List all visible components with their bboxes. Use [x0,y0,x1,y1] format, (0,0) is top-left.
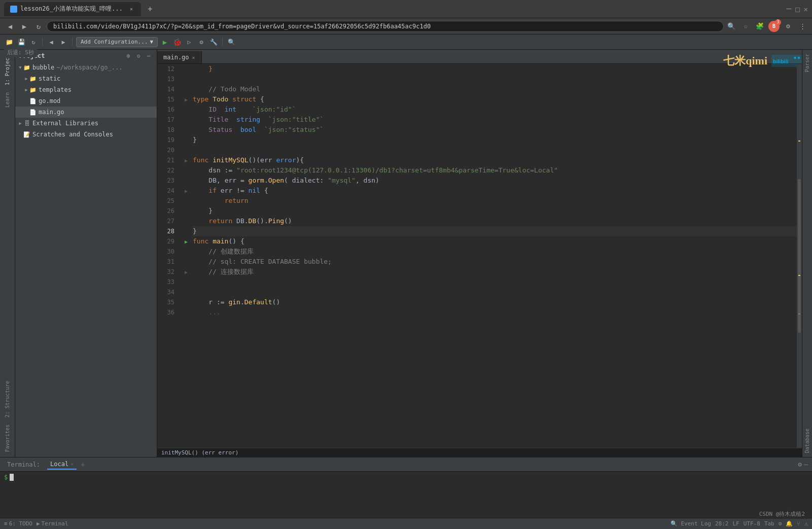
sidebar-item-structure[interactable]: 2: Structure [4,378,11,420]
tree-item-external-libs[interactable]: ▶ 🗄 External Libraries [15,118,157,129]
window-close[interactable]: ✕ [804,5,808,13]
window-minimize[interactable]: ─ [786,4,791,14]
search-icon[interactable]: 🔍 [726,21,737,32]
terminal-content[interactable]: $ [0,472,812,518]
terminal-status-icon: ▶ [37,520,40,527]
sidebar-item-learn[interactable]: Learn [4,89,11,111]
gutter-24[interactable]: ▶ [182,186,191,196]
status-notifications[interactable]: 🔔 [786,520,793,527]
static-folder-icon: 📁 [29,75,37,82]
right-panel-parser[interactable]: Parser [803,50,811,76]
gutter-32[interactable]: ▶ [182,267,191,277]
status-bar: ≡ 6: TODO ▶ Terminal 🔍 Event Log 28:2 LF… [0,518,812,529]
tree-item-gomod[interactable]: ▶ 📄 go.mod [15,95,157,107]
tab-close-button[interactable]: ✕ [128,6,135,13]
line-num-17: 17 [157,115,179,125]
gutter-30 [182,246,191,257]
run-29-icon[interactable]: ▶ [185,239,188,244]
right-panel-database[interactable]: Database [803,425,811,457]
sync-button[interactable]: ↻ [28,37,39,47]
terminal-minimize-icon[interactable]: — [804,461,808,468]
code-content[interactable]: } // Todo Model type Todo struct { [191,64,797,448]
status-line-endings[interactable]: LF [733,520,739,527]
tree-root-item[interactable]: ▼ 📁 bubble ~/workspace/go_... [15,62,157,73]
terminal-tabs: Terminal: Local ✕ + ⚙ — [0,457,812,472]
terminal-settings-icon[interactable]: ⚙ [798,461,802,468]
gutter-21[interactable]: ▶ [182,155,191,165]
status-problems[interactable]: ⚠ [804,520,808,527]
fold-15-icon[interactable]: ▶ [185,97,188,102]
save-button[interactable]: 💾 [16,37,26,47]
editor-tab-maingo[interactable]: main.go ✕ [157,51,202,63]
profile-button[interactable]: ⚙ [196,37,206,47]
tree-item-static[interactable]: ▶ 📁 static [15,73,157,84]
gutter-27 [182,216,191,226]
terminal-add-button[interactable]: + [81,461,85,469]
run-config-dropdown[interactable]: Add Configuration... ▼ [76,37,158,47]
status-event-log[interactable]: 🔍 Event Log [670,520,711,527]
new-tab-button[interactable]: + [144,3,156,15]
settings-icon[interactable]: ⚙ [783,21,794,32]
line-num-36: 36 [157,307,179,318]
tree-item-maingo[interactable]: ▶ 📄 main.go [15,107,157,118]
line-num-16: 16 [157,104,179,115]
open-folder-button[interactable]: 📁 [4,37,14,47]
code-line-30: // 创建数据库 [193,246,797,257]
status-encoding[interactable]: UTF-8 [744,520,760,527]
coverage-button[interactable]: ▷ [184,37,194,47]
url-bar[interactable]: bilibili.com/video/BV1gJ411p7xC/?p=26&sp… [47,21,724,32]
fold-24-icon[interactable]: ▶ [185,188,188,194]
sidebar-item-favorites[interactable]: Favorites [4,421,11,455]
refresh-button[interactable]: ↻ [32,20,45,32]
status-cursor-pos[interactable]: 28:2 [715,520,729,527]
line-num-34: 34 [157,287,179,297]
scrollbar-thumb[interactable] [798,179,801,333]
terminal-tab-close[interactable]: ✕ [70,461,74,467]
fold-21-icon[interactable]: ▶ [185,158,188,163]
profile-icon[interactable]: B 3 [768,21,780,32]
menu-icon[interactable]: ⋮ [797,21,808,32]
code-editor[interactable]: 12 13 14 15 16 17 18 19 20 21 22 23 24 2… [157,64,802,448]
debug-button[interactable]: 🐞 [172,37,182,47]
window-restore[interactable]: □ [795,5,799,13]
extensions-icon[interactable]: 🧩 [754,21,765,32]
terminal-tab-local[interactable]: Local ✕ [47,460,77,470]
root-path-label: ~/workspace/go_... [56,64,122,71]
tree-settings-icon[interactable]: ⚙ [134,52,143,60]
search-everywhere-button[interactable]: 🔍 [226,37,236,47]
tree-item-scratches[interactable]: ▶ 📝 Scratches and Consoles [15,129,157,140]
tree-add-icon[interactable]: ⊕ [124,52,132,60]
status-settings[interactable]: ⚙ [779,520,782,527]
tree-item-templates[interactable]: ▶ 📁 templates [15,84,157,95]
back-nav-button[interactable]: ◀ [46,37,56,47]
event-log-label: 🔍 Event Log [670,520,711,527]
gutter-29[interactable]: ▶ [182,236,191,246]
gutter-12 [182,64,191,74]
status-todo[interactable]: ≡ 6: TODO [4,520,32,527]
gutter-15[interactable]: ▶ [182,94,191,104]
terminal-tab-label[interactable]: Terminal: [4,460,43,469]
code-line-20 [193,145,797,155]
back-button[interactable]: ◀ [4,20,16,32]
ide-toolbar: 📁 💾 ↻ ◀ ▶ Add Configuration... ▼ ▶ 🐞 ▷ ⚙… [0,34,812,50]
status-git[interactable]: ⑂ [797,520,800,527]
line-num-18: 18 [157,125,179,135]
forward-nav-button[interactable]: ▶ [58,37,68,47]
gutter-34 [182,287,191,297]
separator [42,38,43,46]
tree-collapse-icon[interactable]: — [145,52,153,60]
line-num-26: 26 [157,206,179,216]
extlibs-label: External Libraries [32,120,98,127]
tab-close-maingo[interactable]: ✕ [192,55,195,60]
wrench-button[interactable]: 🔧 [208,37,219,47]
status-terminal[interactable]: ▶ Terminal [37,520,68,527]
status-indent[interactable]: Tab [764,520,774,527]
tab-favicon [10,6,17,13]
forward-button[interactable]: ▶ [18,20,30,32]
bookmark-icon[interactable]: ☆ [740,21,751,32]
browser-nav-icons: 🔍 ☆ 🧩 B 3 ⚙ ⋮ [726,21,808,32]
browser-tab[interactable]: lesson26_小清单功能实现_哔哩... ✕ [4,2,141,16]
editor-scrollbar[interactable] [797,64,802,448]
fold-32-icon[interactable]: ▶ [185,269,188,275]
run-button[interactable]: ▶ [160,37,170,47]
